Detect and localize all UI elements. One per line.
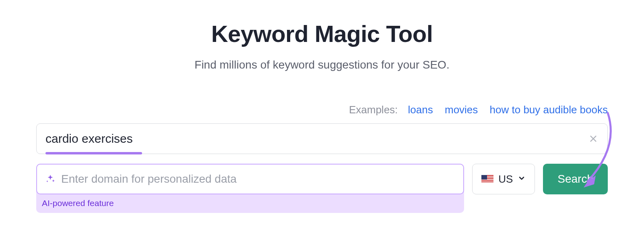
sparkle-icon: [45, 174, 56, 184]
example-link-audible[interactable]: how to buy audible books: [490, 104, 608, 116]
example-link-loans[interactable]: loans: [408, 104, 433, 116]
close-icon[interactable]: [588, 133, 599, 144]
examples-label: Examples:: [349, 104, 398, 116]
domain-input-container: [36, 164, 464, 194]
examples-row: Examples: loans movies how to buy audibl…: [36, 104, 608, 116]
ai-feature-label: AI-powered feature: [36, 194, 464, 209]
domain-block: AI-powered feature: [36, 164, 464, 213]
page-subtitle: Find millions of keyword suggestions for…: [36, 58, 608, 71]
search-button[interactable]: Search: [543, 164, 608, 194]
keyword-input[interactable]: [45, 132, 588, 146]
keyword-underline-annotation: [45, 152, 142, 154]
chevron-down-icon: [518, 174, 526, 184]
country-select[interactable]: US: [472, 164, 535, 194]
keyword-input-container: [36, 123, 608, 154]
page-title: Keyword Magic Tool: [36, 20, 608, 47]
main-container: Keyword Magic Tool Find millions of keyw…: [36, 0, 608, 213]
second-row: AI-powered feature US Search: [36, 164, 608, 213]
us-flag-icon: [481, 175, 493, 183]
example-link-movies[interactable]: movies: [445, 104, 478, 116]
domain-input[interactable]: [61, 173, 455, 185]
country-label: US: [498, 173, 513, 185]
